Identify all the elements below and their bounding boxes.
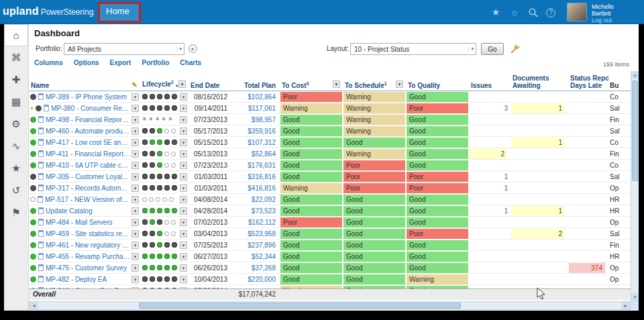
portfolio-select[interactable]: All Projects ▾	[64, 43, 184, 55]
total-plan-link[interactable]: $52,864	[252, 150, 276, 158]
column-filter-dropdown[interactable]: ▾	[178, 81, 186, 88]
project-link[interactable]: MP-484 - Mail Servers	[46, 219, 130, 226]
column-header-end[interactable]: End Date	[189, 71, 233, 91]
home-icon[interactable]: ⌂	[4, 24, 28, 46]
project-link[interactable]: MP-459 - Site statistics report	[46, 230, 130, 237]
lifecycle-dropdown[interactable]: ▾	[180, 173, 187, 180]
total-plan-link[interactable]: $316,816	[248, 173, 276, 180]
total-plan-link[interactable]: $22,092	[252, 196, 276, 203]
project-link[interactable]: MP-417 - Low cost 5E and 6 S	[46, 139, 130, 146]
total-plan-link[interactable]: $52,344	[252, 253, 276, 260]
project-link[interactable]: MP-517 - NEW Version of Our	[45, 196, 130, 203]
menu-charts[interactable]: Charts	[180, 59, 201, 66]
favorites-icon[interactable]: ★	[4, 157, 28, 179]
lifecycle-dropdown[interactable]: ▾	[180, 264, 187, 272]
horizontal-scroll-thumb[interactable]	[139, 303, 461, 309]
wrench-icon[interactable]	[509, 43, 521, 55]
column-header-sched[interactable]: To Schedule1▾	[343, 71, 406, 91]
lifecycle-dropdown[interactable]: ▾	[180, 184, 187, 192]
column-header-docs[interactable]: DocumentsAwaiting	[511, 71, 568, 91]
tab-home[interactable]: Home	[98, 2, 141, 23]
total-plan-link[interactable]: $73,523	[252, 207, 276, 215]
column-header-cost[interactable]: To Cost3▾	[280, 71, 343, 91]
total-plan-link[interactable]: $237,896	[248, 242, 276, 249]
lifecycle-dropdown[interactable]: ▾	[180, 116, 187, 123]
menu-columns[interactable]: Columns	[34, 59, 63, 66]
scroll-down-button[interactable]: ▾	[631, 293, 639, 301]
lifecycle-dropdown[interactable]: ▾	[180, 150, 187, 158]
row-menu-dropdown[interactable]: ▾	[131, 116, 139, 123]
lifecycle-dropdown[interactable]: ▾	[180, 105, 187, 112]
vertical-scrollbar[interactable]: ▴ ▾	[631, 71, 639, 301]
row-menu-dropdown[interactable]: ▾	[131, 162, 139, 169]
hierarchy-icon[interactable]: ⌘	[4, 46, 28, 68]
horizontal-scroll-track[interactable]	[38, 302, 621, 309]
column-header-plan[interactable]: Total Plan	[233, 71, 280, 91]
lifecycle-dropdown[interactable]: ▾	[180, 230, 187, 237]
project-link[interactable]: MP-498 - Financial Reporting	[46, 116, 130, 123]
row-menu-dropdown[interactable]: ▾	[131, 207, 139, 215]
project-link[interactable]: MP-482 - Deploy EA	[46, 276, 130, 283]
total-plan-link[interactable]: $359,916	[248, 127, 276, 135]
row-menu-dropdown[interactable]: ▾	[131, 219, 139, 226]
project-link[interactable]: MP-305 - Customer Loyalty Tr	[46, 173, 130, 180]
total-plan-link[interactable]: $37,268	[252, 264, 276, 272]
lifecycle-dropdown[interactable]: ▾	[180, 93, 187, 101]
tags-icon[interactable]: ⚑	[4, 201, 28, 223]
user-avatar[interactable]	[567, 3, 587, 21]
menu-export[interactable]: Export	[110, 59, 131, 66]
row-menu-dropdown[interactable]: ▾	[131, 276, 139, 283]
metrics-icon[interactable]: ∿	[4, 135, 28, 157]
lifecycle-dropdown[interactable]: ▾	[180, 127, 187, 135]
row-menu-dropdown[interactable]: ▾	[131, 127, 139, 135]
ideas-icon[interactable]: ☼	[508, 7, 521, 18]
total-plan-link[interactable]: $107,312	[248, 139, 276, 146]
favorites-icon[interactable]: ★	[490, 7, 502, 18]
layout-select[interactable]: 10 - Project Status ▾	[350, 43, 476, 55]
total-plan-link[interactable]: $162,112	[248, 219, 276, 226]
lifecycle-dropdown[interactable]: ▾	[180, 253, 187, 260]
project-link[interactable]: MP-461 - New regulatory com	[46, 242, 130, 249]
vertical-scroll-track[interactable]	[631, 79, 639, 293]
lifecycle-dropdown[interactable]: ▾	[180, 242, 187, 249]
column-filter-dropdown[interactable]: ▾	[333, 81, 340, 88]
reports-icon[interactable]: ▦	[4, 91, 28, 113]
row-menu-dropdown[interactable]: ▾	[131, 264, 139, 272]
total-plan-link[interactable]: $102,864	[248, 93, 276, 101]
menu-options[interactable]: Options	[74, 59, 99, 66]
logout-link[interactable]: Log out	[592, 17, 612, 23]
lifecycle-dropdown[interactable]: ▾	[180, 162, 187, 169]
lifecycle-dropdown[interactable]: ▾	[180, 207, 187, 215]
project-link[interactable]: Update Catalog	[46, 207, 130, 215]
row-menu-dropdown[interactable]: ▾	[131, 139, 139, 146]
project-link[interactable]: MP-411 - Financial Reporting	[46, 150, 130, 158]
project-link[interactable]: MP-410 - 6A UTP cable cost re	[46, 162, 130, 169]
row-menu-dropdown[interactable]: ▾	[131, 253, 139, 260]
row-menu-dropdown[interactable]: ▾	[131, 173, 139, 180]
scroll-left-button[interactable]: ◂	[30, 302, 38, 309]
total-plan-link[interactable]: $176,631	[248, 162, 276, 169]
column-header-bu[interactable]: Bu	[608, 71, 631, 91]
project-link[interactable]: MP-380 - Consumer Review W	[51, 105, 130, 112]
search-icon[interactable]	[527, 7, 539, 18]
lifecycle-dropdown[interactable]: ▾	[180, 139, 187, 146]
edit-columns-icon[interactable]: ✎	[132, 81, 138, 89]
project-link[interactable]: MP-460 - Automate product p	[46, 127, 130, 135]
column-header-qual[interactable]: To Quality	[406, 71, 469, 91]
column-filter-dropdown[interactable]: ▾	[396, 81, 403, 88]
scroll-right-button[interactable]: ▸	[621, 302, 630, 309]
project-link[interactable]: MP-317 - Records Automation	[46, 184, 130, 192]
total-plan-link[interactable]: $220,000	[248, 276, 276, 283]
row-menu-dropdown[interactable]: ▾	[131, 196, 139, 203]
row-menu-dropdown[interactable]: ▾	[131, 230, 139, 237]
portfolio-expand-button[interactable]: ▸	[189, 44, 197, 53]
vertical-scroll-thumb[interactable]	[632, 81, 638, 181]
column-header-name[interactable]: Name✎	[29, 71, 140, 91]
settings-icon[interactable]: ⚙	[4, 113, 28, 135]
total-plan-link[interactable]: $523,958	[248, 230, 276, 237]
row-menu-dropdown[interactable]: ▾	[131, 242, 139, 249]
add-icon[interactable]: ✚	[4, 68, 28, 91]
project-link[interactable]: MP-455 - Revamp Purchasing	[46, 253, 130, 260]
horizontal-scrollbar[interactable]: ◂ ▸	[29, 301, 631, 310]
scroll-up-button[interactable]: ▴	[631, 71, 639, 79]
